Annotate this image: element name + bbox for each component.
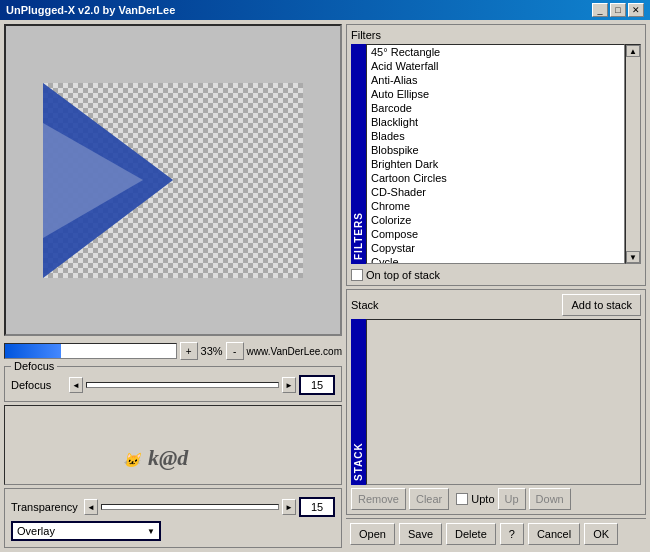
defocus-value[interactable]: 15 — [299, 375, 335, 395]
filter-item[interactable]: Auto Ellipse — [367, 87, 624, 101]
stack-label: Stack — [351, 299, 379, 311]
transparency-label: Transparency — [11, 501, 81, 513]
minimize-button[interactable]: _ — [592, 3, 608, 17]
filter-scrollbar[interactable]: ▲ ▼ — [625, 44, 641, 264]
zoom-bar — [4, 343, 177, 359]
defocus-decrease-button[interactable]: ◄ — [69, 377, 83, 393]
add-to-stack-button[interactable]: Add to stack — [562, 294, 641, 316]
canvas-inner — [43, 83, 303, 278]
svg-rect-3 — [173, 83, 303, 278]
canvas-svg — [43, 83, 303, 278]
defocus-group-label: Defocus — [11, 360, 57, 372]
filter-item[interactable]: Compose — [367, 227, 624, 241]
url-label: www.VanDerLee.com — [247, 346, 342, 357]
zoom-out-button[interactable]: - — [226, 342, 244, 360]
filter-item[interactable]: Anti-Alias — [367, 73, 624, 87]
zoom-bar-fill — [5, 344, 61, 358]
transparency-decrease-button[interactable]: ◄ — [84, 499, 98, 515]
maximize-button[interactable]: □ — [610, 3, 626, 17]
filter-item[interactable]: 45° Rectangle — [367, 45, 624, 59]
upto-label: Upto — [471, 493, 494, 505]
scrollbar-down-btn[interactable]: ▼ — [626, 251, 640, 263]
defocus-group: Defocus Defocus ◄ ► 15 — [4, 366, 342, 402]
transparency-slider-row: Transparency ◄ ► 15 — [11, 497, 335, 517]
stack-list — [366, 319, 641, 485]
transparency-value[interactable]: 15 — [299, 497, 335, 517]
ok-button[interactable]: OK — [584, 523, 618, 545]
filter-item[interactable]: Cycle — [367, 255, 624, 264]
cancel-button[interactable]: Cancel — [528, 523, 580, 545]
filter-item[interactable]: Cartoon Circles — [367, 171, 624, 185]
filter-item[interactable]: Acid Waterfall — [367, 59, 624, 73]
preview-area: 🐱 k@d — [4, 405, 342, 485]
bottom-bar: Open Save Delete ? Cancel OK — [346, 518, 646, 548]
logo-svg: 🐱 k@d — [113, 410, 233, 480]
transparency-group: Transparency ◄ ► 15 Overlay ▼ — [4, 488, 342, 548]
up-button[interactable]: Up — [498, 488, 526, 510]
scrollbar-up-btn[interactable]: ▲ — [626, 45, 640, 57]
canvas-area — [4, 24, 342, 336]
right-panel: Filters FILTERS 45° RectangleAcid Waterf… — [346, 24, 646, 548]
filters-container: FILTERS 45° RectangleAcid WaterfallAnti-… — [351, 44, 641, 264]
save-button[interactable]: Save — [399, 523, 442, 545]
dropdown-arrow-icon: ▼ — [147, 527, 155, 536]
remove-button[interactable]: Remove — [351, 488, 406, 510]
main-content: + 33% - www.VanDerLee.com Defocus Defocu… — [0, 20, 650, 552]
filter-item[interactable]: Brighten Dark — [367, 157, 624, 171]
on-top-checkbox-area[interactable]: On top of stack — [351, 269, 440, 281]
blend-mode-selected: Overlay — [17, 525, 55, 537]
on-top-label: On top of stack — [366, 269, 440, 281]
on-top-row: On top of stack — [351, 269, 641, 281]
help-button[interactable]: ? — [500, 523, 524, 545]
transparency-increase-button[interactable]: ► — [282, 499, 296, 515]
filter-item[interactable]: Chrome — [367, 199, 624, 213]
filter-item[interactable]: Barcode — [367, 101, 624, 115]
svg-text:k@d: k@d — [148, 445, 189, 470]
defocus-slider-track[interactable] — [86, 382, 279, 388]
zoom-percent: 33% — [201, 345, 223, 357]
defocus-slider-row: Defocus ◄ ► 15 — [11, 375, 335, 395]
transparency-slider-track[interactable] — [101, 504, 279, 510]
close-button[interactable]: ✕ — [628, 3, 644, 17]
filters-section: Filters FILTERS 45° RectangleAcid Waterf… — [346, 24, 646, 286]
filter-item[interactable]: Blacklight — [367, 115, 624, 129]
stack-container: STACK — [351, 319, 641, 485]
zoom-in-button[interactable]: + — [180, 342, 198, 360]
stack-section: Stack Add to stack STACK Remove Clear Up… — [346, 289, 646, 515]
filter-item[interactable]: Colorize — [367, 213, 624, 227]
filter-item[interactable]: Blobspike — [367, 143, 624, 157]
clear-button[interactable]: Clear — [409, 488, 449, 510]
svg-text:🐱: 🐱 — [122, 452, 144, 469]
scrollbar-track — [626, 57, 640, 251]
title-bar: UnPlugged-X v2.0 by VanDerLee _ □ ✕ — [0, 0, 650, 20]
upto-checkbox-area[interactable]: Upto — [456, 493, 494, 505]
defocus-increase-button[interactable]: ► — [282, 377, 296, 393]
delete-button[interactable]: Delete — [446, 523, 496, 545]
filter-item[interactable]: Copystar — [367, 241, 624, 255]
filter-item[interactable]: Blades — [367, 129, 624, 143]
on-top-checkbox[interactable] — [351, 269, 363, 281]
defocus-label: Defocus — [11, 379, 66, 391]
open-button[interactable]: Open — [350, 523, 395, 545]
window-controls: _ □ ✕ — [592, 3, 644, 17]
stack-buttons: Remove Clear Upto Up Down — [351, 488, 641, 510]
filters-sidebar-label: FILTERS — [351, 44, 366, 264]
app-title: UnPlugged-X v2.0 by VanDerLee — [6, 4, 175, 16]
down-button[interactable]: Down — [529, 488, 571, 510]
filter-item[interactable]: CD-Shader — [367, 185, 624, 199]
stack-sidebar-label: STACK — [351, 319, 366, 485]
filter-list[interactable]: 45° RectangleAcid WaterfallAnti-AliasAut… — [366, 44, 625, 264]
upto-checkbox[interactable] — [456, 493, 468, 505]
left-panel: + 33% - www.VanDerLee.com Defocus Defocu… — [4, 24, 342, 548]
filters-label: Filters — [351, 29, 641, 41]
blend-mode-dropdown[interactable]: Overlay ▼ — [11, 521, 161, 541]
